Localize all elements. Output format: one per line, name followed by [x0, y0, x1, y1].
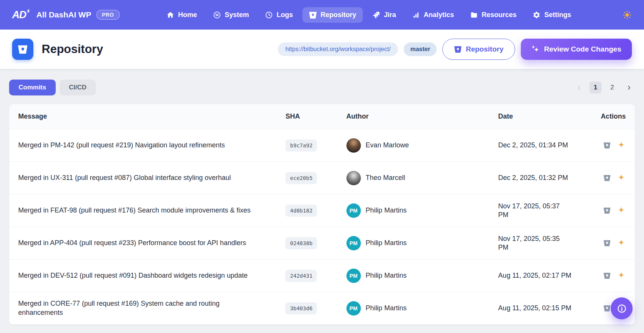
- repository-header-icon: [12, 39, 33, 60]
- nav-item-home[interactable]: Home: [160, 7, 204, 23]
- bucket-icon: [603, 142, 611, 149]
- nav-item-repository[interactable]: Repository: [302, 7, 363, 23]
- tab-cicd[interactable]: CI/CD: [60, 80, 96, 95]
- author-name: Philip Martins: [366, 304, 407, 312]
- repository-button-label: Repository: [466, 45, 503, 53]
- sparkle-action-button[interactable]: [617, 206, 626, 215]
- page-header: Repository https://bitbucket.org/workspa…: [0, 30, 644, 69]
- sha-cell: 4d8b182: [285, 205, 346, 217]
- bucket-action-button[interactable]: [603, 174, 611, 181]
- commit-row: Merged in APP-404 (pull request #233) Pe…: [9, 227, 635, 260]
- commit-sha[interactable]: 024838b: [285, 237, 317, 249]
- nav-item-analytics[interactable]: Analytics: [406, 7, 461, 23]
- pagination-prev-button[interactable]: [573, 81, 585, 94]
- review-code-changes-button[interactable]: Review Code Changes: [521, 39, 632, 60]
- commit-row: Merged in FEAT-98 (pull request #176) Se…: [9, 194, 635, 227]
- page-button-2[interactable]: 2: [606, 81, 618, 94]
- nav-item-label: Resources: [482, 11, 517, 19]
- nav-item-system[interactable]: System: [207, 7, 255, 23]
- info-icon: [617, 303, 627, 314]
- avatar: PM: [346, 236, 361, 250]
- jira-icon: [372, 11, 380, 19]
- actions-cell: [595, 206, 626, 215]
- nav-item-label: Analytics: [424, 11, 454, 19]
- logo-text: AD: [12, 9, 26, 21]
- review-button-label: Review Code Changes: [544, 45, 621, 53]
- brand-name: All DashAI WP: [36, 10, 91, 19]
- repo-url-pill[interactable]: https://bitbucket.org/workspace/project/: [278, 42, 398, 56]
- bucket-icon: [603, 207, 611, 214]
- commits-table: Message SHA Author Date Actions Merged i…: [9, 104, 635, 325]
- actions-cell: [595, 239, 626, 248]
- nav-item-settings[interactable]: Settings: [526, 7, 578, 23]
- actions-cell: [595, 141, 626, 150]
- bucket-icon: [18, 44, 28, 54]
- commit-date: Aug 11, 2025, 02:17 PM: [498, 271, 595, 280]
- commit-message: Merged in FEAT-98 (pull request #176) Se…: [18, 206, 285, 215]
- app-logo-icon: AD: [12, 9, 31, 21]
- folder-icon: [470, 11, 478, 19]
- author-cell: PM Philip Martins: [346, 203, 498, 218]
- nav-item-label: Home: [178, 11, 197, 19]
- bucket-action-button[interactable]: [603, 272, 611, 279]
- top-nav: AD All DashAI WP PRO Home System Logs Re…: [0, 0, 644, 30]
- sparkle-icon: [617, 174, 626, 183]
- repository-button[interactable]: Repository: [442, 39, 515, 60]
- sha-cell: b9c7a92: [285, 139, 346, 152]
- actions-cell: [595, 271, 626, 280]
- nav-item-jira[interactable]: Jira: [366, 7, 403, 23]
- tab-commits[interactable]: Commits: [9, 80, 56, 95]
- column-header-author: Author: [346, 113, 498, 120]
- commit-message: Merged in UX-311 (pull request #087) Glo…: [18, 174, 285, 182]
- author-cell: PM Philip Martins: [346, 236, 498, 250]
- bucket-action-button[interactable]: [603, 239, 611, 247]
- author-name: Evan Marlowe: [366, 141, 409, 149]
- bucket-icon: [603, 174, 611, 181]
- commit-sha[interactable]: 242d431: [285, 270, 317, 282]
- commit-sha[interactable]: 3b403d6: [285, 302, 317, 314]
- commit-date: Nov 17, 2025, 05:37 PM: [498, 202, 595, 219]
- bucket-icon: [603, 305, 611, 312]
- commit-sha[interactable]: b9c7a92: [285, 139, 317, 152]
- brand[interactable]: AD All DashAI WP PRO: [12, 9, 120, 21]
- commit-message: Merged in DEV-512 (pull request #091) Da…: [18, 271, 285, 280]
- author-name: Theo Marcell: [366, 174, 405, 182]
- bucket-action-button[interactable]: [603, 207, 611, 214]
- nav-item-resources[interactable]: Resources: [464, 7, 523, 23]
- commit-row: Merged in CORE-77 (pull request #169) Sy…: [9, 292, 635, 325]
- page-button-1[interactable]: 1: [589, 81, 602, 94]
- theme-toggle-button[interactable]: [622, 10, 632, 20]
- nav-item-label: Repository: [321, 11, 356, 19]
- home-icon: [166, 11, 174, 19]
- sha-cell: ece20b5: [285, 172, 346, 184]
- wordpress-icon: [213, 11, 221, 19]
- author-name: Philip Martins: [366, 206, 407, 214]
- author-cell: Evan Marlowe: [346, 138, 498, 153]
- nav-items: Home System Logs Repository Jira Analyti…: [120, 7, 618, 23]
- pagination-next-button[interactable]: [623, 81, 635, 94]
- bucket-action-button[interactable]: [603, 142, 611, 149]
- branch-pill[interactable]: master: [404, 42, 436, 56]
- bar-chart-icon: [412, 11, 420, 19]
- avatar: PM: [346, 301, 361, 316]
- sparkle-action-button[interactable]: [617, 239, 626, 248]
- pro-badge: PRO: [96, 10, 120, 20]
- sparkle-action-button[interactable]: [617, 271, 626, 280]
- commit-table-body: Merged in PM-142 (pull request #219) Nav…: [9, 129, 635, 325]
- commit-message: Merged in PM-142 (pull request #219) Nav…: [18, 141, 285, 150]
- bucket-icon: [454, 45, 462, 53]
- sparkle-action-button[interactable]: [617, 141, 626, 150]
- commit-sha[interactable]: 4d8b182: [285, 205, 317, 217]
- sun-icon: [622, 10, 632, 20]
- sparkle-icon: [617, 239, 626, 248]
- chevron-left-icon: [576, 85, 582, 91]
- commit-sha[interactable]: ece20b5: [285, 172, 317, 184]
- nav-item-logs[interactable]: Logs: [259, 7, 299, 23]
- clock-icon: [265, 11, 273, 19]
- sparkle-action-button[interactable]: [617, 174, 626, 183]
- info-button[interactable]: [611, 297, 633, 319]
- page-title: Repository: [42, 42, 103, 56]
- avatar: [346, 171, 361, 185]
- bucket-action-button[interactable]: [603, 305, 611, 312]
- column-header-date: Date: [498, 113, 595, 120]
